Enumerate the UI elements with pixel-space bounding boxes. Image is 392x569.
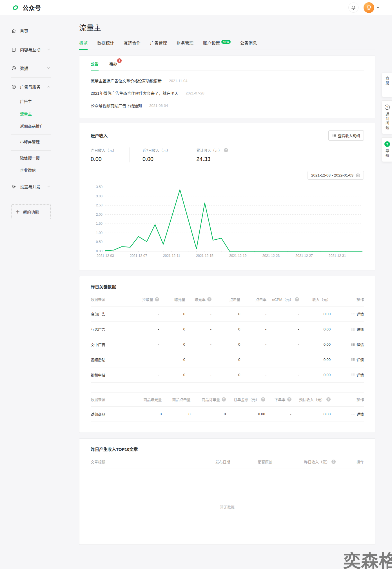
top-bar: 公众号 xyxy=(0,0,392,15)
date-range-picker[interactable]: 2021-12-03 - 2022-01-03 xyxy=(308,171,364,180)
sidebar-subitem-8[interactable]: 微信搜一搜 xyxy=(11,151,51,164)
column-header-label: 是否原创 xyxy=(258,459,272,464)
account-menu[interactable] xyxy=(364,2,380,13)
row-value: 0 xyxy=(211,358,240,362)
column-header-label: 操作 xyxy=(357,297,364,302)
row-value: - xyxy=(185,373,211,377)
sidebar-subitem-6[interactable]: 返佣商品推广 xyxy=(11,120,51,132)
tab-5[interactable]: 账户设置NEW xyxy=(203,40,231,50)
detail-button[interactable]: 详情 xyxy=(351,372,364,378)
announcement-link[interactable]: 公众号视频前贴广告下线通知 xyxy=(91,103,142,108)
announcement-row: 公众号视频前贴广告下线通知2021-06-04 xyxy=(91,99,364,112)
help-icon[interactable]: ? xyxy=(222,397,226,402)
home-icon xyxy=(11,28,16,34)
announcement-date: 2021-11-04 xyxy=(169,79,188,83)
tab-1[interactable]: 数据统计 xyxy=(97,40,114,50)
help-icon[interactable]: ? xyxy=(326,397,331,402)
watermark: 奕森格 xyxy=(343,547,392,569)
detail-button[interactable]: 详情 xyxy=(351,327,364,332)
float-card-2[interactable]: 导航 xyxy=(382,137,392,162)
announcement-tab-1[interactable]: 待办3 xyxy=(109,61,117,70)
float-card-0[interactable]: 意见 xyxy=(382,73,392,97)
help-icon[interactable]: ? xyxy=(287,397,291,402)
new-feature-button[interactable]: ＋ 新的功能 xyxy=(11,204,51,219)
help-icon[interactable]: ? xyxy=(207,297,211,301)
notifications-button[interactable] xyxy=(348,3,358,13)
tab-0[interactable]: 概览 xyxy=(79,40,88,50)
row-value: 0 xyxy=(159,342,185,347)
svg-text:2021-12-07: 2021-12-07 xyxy=(130,254,147,258)
help-icon[interactable]: ? xyxy=(224,148,228,152)
column-header: 点击率 xyxy=(240,297,266,302)
row-value: 0 xyxy=(211,312,240,316)
svg-text:2021-12-23: 2021-12-23 xyxy=(262,254,280,258)
column-header: 商品点击量 xyxy=(162,397,190,402)
row-value: 0.00 xyxy=(226,412,265,416)
column-header: 订单金额（元）? xyxy=(226,397,265,402)
tab-label: 互选合作 xyxy=(124,41,141,45)
content-icon xyxy=(11,47,16,52)
detail-button[interactable]: 详情 xyxy=(351,411,364,417)
key-data-title: 昨日关键数据 xyxy=(91,284,364,290)
tab-label: 概览 xyxy=(79,41,88,45)
help-icon[interactable]: ? xyxy=(261,397,265,402)
svg-text:2.00: 2.00 xyxy=(96,213,103,217)
tab-6[interactable]: 公告消息 xyxy=(240,40,257,50)
row-actions: 详情 xyxy=(331,411,364,417)
detail-button[interactable]: 详情 xyxy=(351,357,364,362)
row-actions: 详情 xyxy=(331,372,364,378)
goods-table-row: 返佣商品0000.00-0.00详情 xyxy=(91,407,364,422)
help-icon[interactable]: ? xyxy=(295,297,299,301)
row-actions: 详情 xyxy=(331,342,364,347)
income-stats: 昨日收入（元）0.00近7日收入（元）0.00累计收入（元）?24.33 xyxy=(91,147,364,162)
announcement-tab-0[interactable]: 公告 xyxy=(91,61,99,70)
sidebar-item-1[interactable]: 内容与互动 xyxy=(11,41,51,58)
detail-button-label: 详情 xyxy=(357,327,364,332)
brand[interactable]: 公众号 xyxy=(11,3,41,12)
income-line-chart: 0.000.501.001.502.002.503.003.502021-12-… xyxy=(91,184,364,262)
detail-button[interactable]: 详情 xyxy=(351,311,364,317)
column-header: 数据来源 xyxy=(91,297,133,302)
tab-2[interactable]: 互选合作 xyxy=(124,40,141,50)
help-icon[interactable]: ? xyxy=(155,297,159,301)
column-header: 是否原创 xyxy=(230,459,272,464)
detail-button[interactable]: 详情 xyxy=(351,342,364,347)
list-icon xyxy=(351,413,355,416)
row-value: - xyxy=(133,327,159,331)
sidebar-subitem-5[interactable]: 流量主 xyxy=(11,107,51,120)
detail-button-label: 详情 xyxy=(357,372,364,378)
tab-4[interactable]: 财务管理 xyxy=(177,40,193,50)
view-income-detail-button[interactable]: 查看收入明细 xyxy=(328,130,364,141)
brand-name: 公众号 xyxy=(23,3,41,12)
help-icon[interactable]: ? xyxy=(331,460,336,464)
svg-text:1.50: 1.50 xyxy=(96,222,103,226)
announcement-link[interactable]: 流量主互选广告位文章价格设置功能更新 xyxy=(91,78,162,83)
income-stat-label: 昨日收入（元） xyxy=(91,147,116,153)
sidebar-item-0[interactable]: 首页 xyxy=(11,23,51,39)
sidebar-item-2[interactable]: 数据 xyxy=(11,60,51,76)
svg-text:2021-12-03: 2021-12-03 xyxy=(97,254,114,258)
sidebar-subitem-7[interactable]: 小程序管理 xyxy=(11,136,51,148)
sidebar-item-3[interactable]: 广告与服务 xyxy=(11,78,51,95)
sidebar-subitem-9[interactable]: 企业微信 xyxy=(11,164,51,176)
income-stat-0: 昨日收入（元）0.00 xyxy=(91,147,130,162)
row-value: - xyxy=(185,327,211,331)
sidebar-item-10[interactable]: 设置与开发 xyxy=(11,178,51,195)
income-stat-1: 近7日收入（元）0.00 xyxy=(142,147,183,162)
row-source-label: 底部广告 xyxy=(91,311,133,317)
ad-table-row: 视频后贴-0-0--0.00详情 xyxy=(91,352,364,367)
row-value: - xyxy=(266,373,299,377)
announcement-link[interactable]: 2021年微信广告生态合作伙伴大会来了，就在明天 xyxy=(91,90,178,96)
column-header-label: 点击量 xyxy=(229,297,240,302)
column-header-label: 操作 xyxy=(357,459,364,464)
float-card-1[interactable]: ?遇到问题 xyxy=(382,100,392,134)
row-value: 0 xyxy=(159,312,185,316)
column-header-label: 数据来源 xyxy=(91,297,105,302)
page-title: 流量主 xyxy=(79,22,375,32)
float-card-label: 意见 xyxy=(384,76,390,85)
column-header-label: 曝光量 xyxy=(174,297,185,302)
sidebar-subitem-4[interactable]: 广告主 xyxy=(11,95,51,107)
tab-3[interactable]: 广告管理 xyxy=(150,40,167,50)
chevron-down-icon xyxy=(47,186,50,188)
column-header: 操作 xyxy=(331,397,364,402)
